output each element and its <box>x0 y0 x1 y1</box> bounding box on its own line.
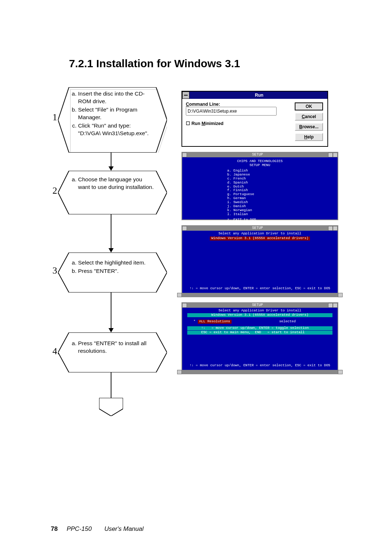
setup3-line1: Select any Application Driver to install <box>187 309 332 313</box>
setup3-selected-item[interactable]: ALL Resolutions <box>198 320 232 324</box>
page-number: 78 <box>51 525 58 532</box>
browse-button[interactable]: Browse... <box>295 123 323 131</box>
setup1-language-list[interactable]: a. English b. Japanese c. French d. Span… <box>227 169 332 217</box>
step3-a: Select the highlighted item. <box>78 259 154 267</box>
page-footer: 78 PPC-150 User's Manual <box>51 525 144 533</box>
setup2-line1: Select any Application Driver to install <box>187 232 332 236</box>
sysmenu-icon[interactable] <box>182 92 189 99</box>
ok-button[interactable]: OK <box>295 102 323 110</box>
step1-c: Click "Run" and type: "D:\VGA\ Win31\Set… <box>78 122 154 137</box>
run-dialog-title: Run <box>191 93 327 98</box>
command-line-input[interactable] <box>186 107 277 116</box>
step3-b: Press "ENTER". <box>78 267 154 275</box>
step1-a: Insert the disc into the CD-ROM drive. <box>78 90 154 105</box>
setup-language-screen: SETUP CHIPS AND TECHNOLOGIES SETUP MENU … <box>181 152 338 220</box>
step1-b: Select "File" in Program Manager. <box>78 106 154 121</box>
step-2-box: Choose the language you want to use duri… <box>67 171 158 214</box>
setup3-hint2: ESC = exit to main menu, END = start to … <box>201 330 305 334</box>
svg-marker-5 <box>99 398 123 416</box>
setup-resolutions-screen: SETUP Select any Application Driver to i… <box>181 302 338 374</box>
step-3-box: Select the highlighted item. Press "ENTE… <box>67 253 158 292</box>
run-dialog: Run Command Line: ☐ Run Minimized OK Can… <box>181 91 328 147</box>
footer-model: PPC-150 <box>67 525 92 532</box>
setup3-hint1: ↑↓ = move cursor up/down, ENTER = toggle… <box>201 326 309 330</box>
step-1-box: Insert the disc into the CD-ROM drive. S… <box>67 87 158 153</box>
setup2-highlight[interactable]: Windows Version 3.1 (6555X accelerated d… <box>210 237 310 241</box>
setup2-hint: ↑↓ = move cursor up/down, ENTER = enter … <box>187 287 332 291</box>
setup2-title: SETUP <box>187 226 328 231</box>
cancel-button[interactable]: Cancel <box>295 113 323 121</box>
setup3-bottom: ↑↓ = move cursor up/down, ENTER = enter … <box>187 364 332 368</box>
footer-manual: User's Manual <box>104 525 143 532</box>
step-4-box: Press "ENTER" to install all resolutions… <box>67 332 158 372</box>
help-button[interactable]: Help <box>295 133 323 141</box>
setup-select-driver-screen: SETUP Select any Application Driver to i… <box>181 225 338 297</box>
setup3-selected-state: selected <box>279 319 296 323</box>
step4-a: Press "ENTER" to install all resolutions… <box>78 340 154 355</box>
setup1-head2: SETUP MENU <box>187 164 332 167</box>
section-heading: 7.2.1 Installation for Windows 3.1 <box>69 57 240 70</box>
setup3-title: SETUP <box>187 303 328 308</box>
flow-end-icon <box>99 398 123 416</box>
step2-a: Choose the language you want to use duri… <box>78 176 154 191</box>
setup1-title: SETUP <box>187 153 328 157</box>
setup3-line2: Windows Version 3.1 (6555X accelerated d… <box>187 313 332 317</box>
